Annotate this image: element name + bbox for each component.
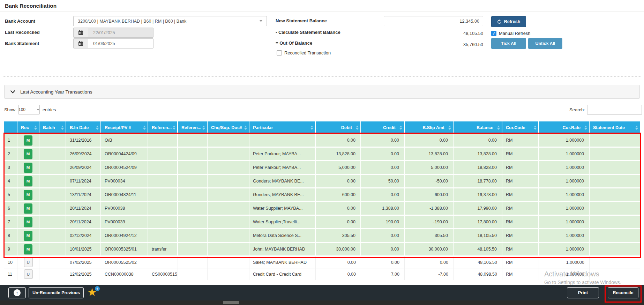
sort-icon	[34, 126, 37, 130]
column-header-chq[interactable]: Chq/Sup. Doc#	[208, 121, 249, 134]
cell-balance: 0.00	[454, 134, 502, 147]
last-accounting-year-panel-header[interactable]: Last Accounting Year Transactions	[4, 85, 640, 99]
rec-toggle-button[interactable]: U	[24, 258, 33, 267]
rec-toggle-button[interactable]: M	[24, 203, 32, 214]
column-header-batch[interactable]: Batch	[39, 121, 66, 134]
cell-bin_date: 20/11/2024	[66, 202, 101, 215]
calendar-icon[interactable]	[74, 28, 88, 37]
cell-balance: 18,105.50	[454, 229, 502, 242]
cell-rownum: 7	[4, 216, 17, 228]
cell-batch	[39, 148, 66, 160]
cell-cur_code: RM	[502, 243, 539, 255]
reconciled-transaction-checkbox[interactable]	[277, 50, 282, 55]
cell-batch	[39, 216, 66, 228]
sort-icon	[399, 126, 402, 130]
last-reconciled-value: 22/01/2025	[88, 28, 153, 37]
rec-toggle-button[interactable]: M	[24, 163, 32, 173]
cell-stmt_date	[590, 243, 640, 255]
column-header-receipt[interactable]: Receipt/PV #	[101, 121, 148, 134]
horizontal-scrollbar[interactable]	[0, 300, 644, 305]
cell-stmt_date	[590, 256, 640, 268]
cell-particular: Peter Parkour; MAYBA...	[249, 148, 316, 160]
cell-stmt_date	[590, 161, 640, 174]
transaction-row: 10U07/02/2025OR00005525/02Sales; MAYBANK…	[4, 256, 640, 268]
sort-icon	[448, 126, 451, 130]
column-header-bin_date[interactable]: B.In Date	[66, 121, 101, 134]
cell-bslip_amt: -7.00	[405, 268, 454, 280]
manual-refresh-label: Manual Refresh	[499, 31, 530, 36]
column-header-cur_rate[interactable]: Cur.Rate	[539, 121, 590, 134]
cell-receipt: PV000038	[101, 202, 148, 215]
cell-chq	[208, 268, 249, 280]
cell-bin_date: 07/11/2024	[66, 175, 101, 187]
rec-toggle-button[interactable]: M	[24, 176, 32, 186]
cell-rec: U	[17, 256, 39, 268]
cell-receipt: OR00004424/09	[101, 148, 148, 160]
table-body: 1M31/12/2016O/B0.000.000.000.00RM1.00000…	[4, 134, 640, 280]
new-statement-balance-input[interactable]	[384, 16, 483, 26]
column-header-stmt_date[interactable]: Statement Date	[590, 121, 640, 134]
chevron-down-icon	[10, 90, 15, 94]
cell-batch	[39, 268, 66, 280]
cell-ref1	[148, 256, 178, 268]
column-header-particular[interactable]: Particular	[249, 121, 316, 134]
sort-icon	[173, 126, 175, 130]
entries-label: entries	[43, 107, 56, 112]
cell-ref2	[178, 268, 208, 280]
cell-particular	[249, 134, 316, 147]
rec-toggle-button[interactable]: M	[24, 190, 32, 200]
tick-all-button[interactable]: Tick All	[491, 38, 526, 49]
untick-all-button[interactable]: Untick All	[528, 38, 562, 49]
bank-account-label: Bank Account	[5, 18, 35, 24]
bank-account-select[interactable]: 3200/100 | MAYBANK BERHAD | B60 | RM | B…	[73, 16, 267, 26]
column-header-credit[interactable]: Credit	[361, 121, 405, 134]
cell-bin_date: 02/12/2024	[66, 229, 101, 242]
rec-toggle-button[interactable]: M	[24, 135, 32, 146]
cell-stmt_date	[590, 229, 640, 242]
page-size-select[interactable]: 100	[18, 105, 40, 114]
column-header-cur_code[interactable]: Cur.Code	[502, 121, 539, 134]
favorite-star-icon[interactable]: ★+	[87, 286, 97, 299]
cell-chq	[208, 134, 249, 147]
cell-bslip_amt: -190.00	[405, 216, 454, 228]
cell-bin_date: 07/02/2025	[66, 256, 101, 268]
manual-refresh-row: Manual Refresh	[491, 31, 530, 36]
cell-ref1	[148, 229, 178, 242]
cell-batch	[39, 243, 66, 255]
column-header-balance[interactable]: Balance	[454, 121, 502, 134]
cell-ref2	[178, 202, 208, 215]
rec-toggle-button[interactable]: M	[24, 231, 32, 241]
scroll-top-button[interactable]: ↑	[8, 287, 26, 298]
cell-balance: 17,800.00	[454, 216, 502, 228]
column-header-ref1[interactable]: Referen...	[148, 121, 178, 134]
scrollbar-thumb[interactable]	[223, 301, 239, 304]
column-header-rec[interactable]: Rec	[17, 121, 39, 134]
cell-batch	[39, 256, 66, 268]
unreconcile-previous-button[interactable]: Un-Reconcile Previous	[29, 287, 84, 298]
column-header-ref2[interactable]: Referen...	[178, 121, 208, 134]
refresh-button[interactable]: Refresh	[491, 16, 526, 27]
bank-statement-datepicker[interactable]: 01/03/2025	[73, 38, 153, 49]
rec-toggle-button[interactable]: U	[24, 269, 33, 279]
cell-particular: Sales; MAYBANK BERHAD	[249, 256, 316, 268]
cell-rownum: 10	[4, 256, 17, 268]
footer-toolbar: ↑ Un-Reconcile Previous ★+ Print Reconci…	[0, 285, 644, 300]
column-header-bslip_amt[interactable]: B.Slip Amt	[405, 121, 454, 134]
column-header-debit[interactable]: Debit	[316, 121, 361, 134]
manual-refresh-checkbox[interactable]	[491, 31, 496, 36]
reconciled-transaction-label: Reconciled Transaction	[284, 50, 331, 55]
cell-credit: 0.00	[361, 161, 405, 174]
sort-icon	[356, 126, 359, 130]
print-button[interactable]: Print	[567, 287, 599, 298]
calendar-icon[interactable]	[74, 39, 88, 48]
rec-toggle-button[interactable]: M	[24, 149, 32, 159]
out-of-balance-value: -35,760.50	[384, 42, 483, 47]
cell-receipt: OR00004524/09	[101, 161, 148, 174]
search-input[interactable]	[587, 105, 642, 115]
reconcile-button[interactable]: Reconcile	[608, 287, 638, 298]
rec-toggle-button[interactable]: M	[24, 217, 32, 227]
cell-credit: 0.00	[361, 256, 405, 268]
cell-batch	[39, 134, 66, 147]
cell-cur_code: RM	[502, 161, 539, 174]
rec-toggle-button[interactable]: M	[24, 244, 32, 254]
